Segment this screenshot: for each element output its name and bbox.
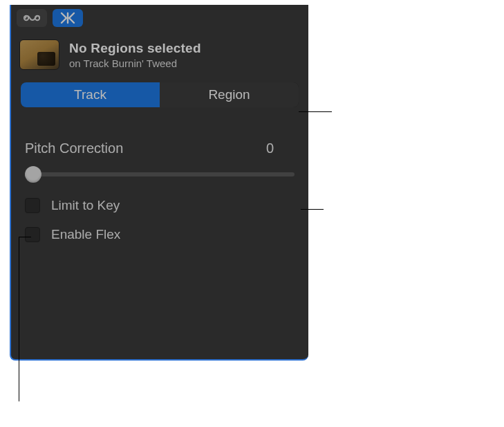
loop-tool-button[interactable] — [17, 9, 47, 27]
enable-flex-checkbox[interactable] — [25, 227, 40, 242]
flex-tool-button[interactable] — [53, 9, 83, 27]
callout-line — [299, 111, 332, 112]
header-subtitle: on Track Burnin' Tweed — [69, 57, 201, 69]
header-title: No Regions selected — [69, 41, 201, 56]
flex-icon — [59, 12, 77, 24]
panel-header: No Regions selected on Track Burnin' Twe… — [11, 30, 308, 77]
tab-group: Track Region — [21, 82, 299, 107]
top-toolbar — [11, 5, 308, 30]
svg-point-1 — [35, 16, 39, 20]
enable-flex-row: Enable Flex — [25, 227, 295, 242]
track-thumbnail — [19, 39, 59, 70]
tab-region-label: Region — [208, 87, 250, 102]
header-text: No Regions selected on Track Burnin' Twe… — [69, 41, 201, 69]
enable-flex-label: Enable Flex — [51, 227, 120, 242]
callout-line — [19, 237, 31, 237]
pitch-correction-row: Pitch Correction 0 — [25, 140, 295, 156]
callout-line — [301, 209, 324, 210]
editor-panel: No Regions selected on Track Burnin' Twe… — [10, 5, 308, 361]
limit-to-key-row: Limit to Key — [25, 198, 295, 213]
panel-content: Pitch Correction 0 Limit to Key Enable F… — [11, 107, 308, 242]
loop-icon — [24, 12, 40, 24]
pitch-correction-value: 0 — [266, 140, 295, 156]
limit-to-key-checkbox[interactable] — [25, 198, 40, 213]
callout-line — [19, 237, 19, 401]
tab-track-label: Track — [74, 87, 106, 102]
tab-region[interactable]: Region — [160, 82, 299, 107]
tab-track[interactable]: Track — [21, 82, 160, 107]
limit-to-key-label: Limit to Key — [51, 198, 120, 213]
slider-thumb[interactable] — [25, 166, 41, 183]
pitch-correction-label: Pitch Correction — [25, 140, 123, 156]
slider-track — [25, 172, 295, 176]
pitch-correction-slider[interactable] — [25, 165, 295, 184]
